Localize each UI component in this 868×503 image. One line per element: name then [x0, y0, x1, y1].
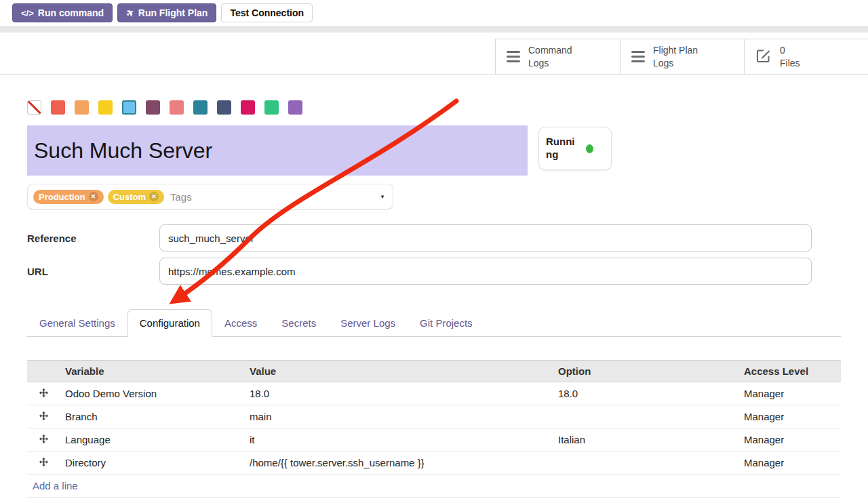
tags-placeholder: Tags — [170, 191, 192, 203]
tag-production-label: Production — [39, 192, 85, 202]
color-swatch-cyan-selected[interactable] — [122, 100, 136, 115]
color-swatch-red[interactable] — [51, 100, 65, 115]
status-label: Running — [546, 136, 580, 161]
tab-git-projects[interactable]: Git Projects — [408, 309, 485, 337]
drag-handle-icon[interactable] — [27, 451, 60, 475]
drag-handle-icon[interactable] — [27, 382, 60, 405]
color-swatch-green[interactable] — [264, 100, 279, 115]
run-flight-plan-label: Run Flight Plan — [138, 7, 208, 18]
cell-variable[interactable]: Language — [60, 428, 244, 451]
cell-access[interactable]: Manager — [738, 451, 841, 475]
divider-strip — [0, 26, 868, 33]
command-logs-button[interactable]: Command Logs — [496, 39, 620, 74]
chevron-down-icon[interactable]: ▼ — [380, 194, 385, 200]
flight-plan-logs-label-line1: Flight Plan — [653, 45, 698, 56]
cell-variable[interactable]: Odoo Demo Version — [60, 382, 244, 405]
run-command-label: Run command — [38, 7, 104, 18]
tab-access[interactable]: Access — [212, 309, 269, 337]
tag-remove-icon[interactable]: ✕ — [149, 192, 159, 201]
color-swatch-violet[interactable] — [288, 100, 302, 115]
reference-input[interactable] — [159, 224, 812, 252]
cell-value[interactable]: main — [244, 405, 553, 428]
add-a-line-link[interactable]: Add a line — [33, 480, 78, 491]
value-column-header: Value — [244, 361, 553, 382]
status-card: Running — [538, 127, 612, 170]
stat-button-box: Command Logs Flight Plan Logs 0 Files — [495, 39, 868, 74]
cell-value[interactable]: it — [244, 428, 553, 451]
command-logs-label-line2: Logs — [528, 58, 549, 68]
edit-icon — [755, 47, 772, 66]
cell-value[interactable]: 18.0 — [244, 382, 553, 405]
tab-server-logs[interactable]: Server Logs — [328, 309, 408, 337]
table-row[interactable]: Branch main Manager — [27, 405, 841, 428]
flight-plan-logs-label-line2: Logs — [653, 58, 673, 68]
url-label: URL — [27, 266, 159, 277]
cell-variable[interactable]: Directory — [60, 451, 244, 475]
access-column-header: Access Level — [738, 361, 841, 382]
tab-general-settings[interactable]: General Settings — [27, 309, 127, 337]
run-flight-plan-button[interactable]: ✈ Run Flight Plan — [117, 3, 216, 22]
drag-handle-icon[interactable] — [27, 405, 60, 428]
files-label: Files — [780, 58, 800, 68]
handle-column-header — [27, 361, 60, 382]
top-toolbar: </> Run command ✈ Run Flight Plan Test C… — [0, 0, 868, 26]
tab-configuration[interactable]: Configuration — [127, 309, 212, 337]
option-column-header: Option — [553, 361, 738, 382]
flight-plan-logs-button[interactable]: Flight Plan Logs — [620, 39, 744, 74]
cell-value[interactable]: /home/{{ tower.server.ssh_username }} — [244, 451, 553, 475]
color-swatch-none[interactable] — [27, 100, 41, 115]
color-swatch-orange[interactable] — [75, 100, 89, 115]
server-name-input[interactable]: Such Much Server — [27, 125, 528, 176]
code-icon: </> — [21, 8, 34, 18]
color-swatch-salmon[interactable] — [170, 100, 184, 115]
variable-column-header: Variable — [60, 361, 244, 382]
table-row[interactable]: Odoo Demo Version 18.0 18.0 Manager — [27, 382, 841, 405]
command-logs-label-line1: Command — [528, 45, 572, 56]
reference-label: Reference — [27, 233, 159, 244]
table-row[interactable]: Directory /home/{{ tower.server.ssh_user… — [27, 451, 841, 475]
color-swatch-teal[interactable] — [193, 100, 208, 115]
tag-custom-label: Custom — [113, 192, 146, 202]
add-line-row: Add a line — [27, 475, 841, 498]
url-row: URL — [27, 258, 841, 285]
configuration-table: Variable Value Option Access Level Odoo … — [27, 360, 841, 498]
color-palette — [27, 100, 841, 115]
title-row: Such Much Server Running — [27, 125, 841, 176]
files-count: 0 — [780, 45, 785, 56]
tag-custom[interactable]: Custom ✕ — [108, 190, 164, 204]
color-swatch-navy[interactable] — [217, 100, 231, 115]
cell-option[interactable]: Italian — [553, 428, 738, 451]
drag-handle-icon[interactable] — [27, 428, 60, 451]
tab-secrets[interactable]: Secrets — [269, 309, 328, 337]
cell-option[interactable] — [553, 405, 738, 428]
tag-remove-icon[interactable]: ✕ — [89, 192, 98, 201]
status-dot-icon — [586, 144, 593, 153]
reference-row: Reference — [27, 224, 841, 252]
color-swatch-yellow[interactable] — [98, 100, 113, 115]
test-connection-label: Test Connection — [230, 7, 304, 18]
cell-access[interactable]: Manager — [738, 382, 841, 405]
form-header: Command Logs Flight Plan Logs 0 Files — [0, 33, 868, 75]
cell-access[interactable]: Manager — [738, 405, 841, 428]
list-icon — [507, 51, 520, 63]
files-button[interactable]: 0 Files — [744, 39, 868, 74]
tags-field[interactable]: Production ✕ Custom ✕ Tags ▼ — [27, 184, 393, 209]
server-name-text: Such Much Server — [34, 138, 212, 163]
cell-option[interactable]: 18.0 — [553, 382, 738, 405]
run-command-button[interactable]: </> Run command — [12, 3, 113, 22]
notebook-tabs: General Settings Configuration Access Se… — [27, 309, 841, 337]
url-input[interactable] — [159, 258, 812, 285]
table-row[interactable]: Language it Italian Manager — [27, 428, 841, 451]
cell-variable[interactable]: Branch — [60, 405, 244, 428]
color-swatch-raspberry[interactable] — [241, 100, 255, 115]
tag-production[interactable]: Production ✕ — [33, 190, 104, 204]
test-connection-button[interactable]: Test Connection — [221, 3, 313, 22]
form-sheet: Such Much Server Running Production ✕ Cu… — [0, 100, 868, 498]
plane-icon: ✈ — [124, 6, 137, 20]
cell-option[interactable] — [553, 451, 738, 475]
color-swatch-dark-purple[interactable] — [146, 100, 160, 115]
list-icon — [631, 51, 645, 63]
table-header-row: Variable Value Option Access Level — [27, 361, 841, 382]
cell-access[interactable]: Manager — [738, 428, 841, 451]
